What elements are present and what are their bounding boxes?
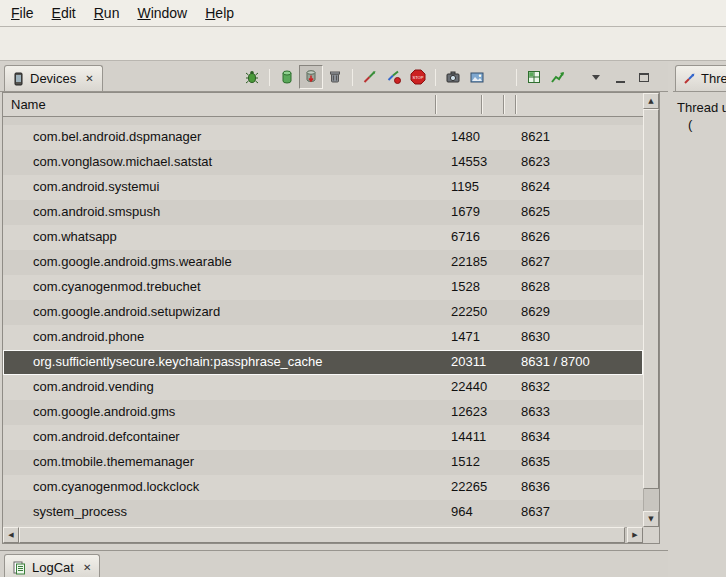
- cell-name: com.google.android.gms.wearable: [33, 254, 232, 269]
- cell-name: com.cyanogenmod.trebuchet: [33, 279, 201, 294]
- table-row[interactable]: com.android.vending 22440 8632: [3, 375, 643, 400]
- scroll-right-button[interactable]: ▶: [627, 527, 643, 543]
- stop-process-icon[interactable]: STOP: [406, 65, 430, 89]
- svg-text:STOP: STOP: [413, 75, 424, 80]
- devices-view-toolbar: STOP: [240, 65, 656, 89]
- threads-tabbar: Threads: [673, 62, 726, 92]
- table-row[interactable]: com.google.android.gms 12623 8633: [3, 400, 643, 425]
- threads-icon: [683, 72, 696, 85]
- cell-port: 8632: [521, 379, 550, 394]
- menu-help[interactable]: Help: [196, 1, 243, 25]
- tracing-icon[interactable]: [546, 65, 570, 89]
- process-table: com.bel.android.dspmanager 1480 8621 com…: [3, 117, 643, 527]
- menu-window[interactable]: Window: [128, 1, 196, 25]
- view-menu-icon[interactable]: [584, 65, 608, 89]
- table-row[interactable]: com.android.defcontainer 14411 8634: [3, 425, 643, 450]
- scroll-up-button[interactable]: ▲: [643, 93, 659, 109]
- cell-pid: 1471: [451, 329, 480, 344]
- maximize-icon[interactable]: [632, 65, 656, 89]
- column-divider[interactable]: [435, 95, 437, 114]
- logcat-icon: [12, 561, 27, 575]
- table-row[interactable]: com.vonglasow.michael.satstat 14553 8623: [3, 150, 643, 175]
- cell-name: com.android.systemui: [33, 179, 159, 194]
- cell-pid: 22265: [451, 479, 487, 494]
- cell-port: 8621: [521, 129, 550, 144]
- cell-pid: 22440: [451, 379, 487, 394]
- close-icon[interactable]: ✕: [84, 73, 94, 84]
- menu-file[interactable]: File: [2, 1, 43, 25]
- tab-logcat-label: LogCat: [32, 560, 74, 575]
- clipped-row: [3, 117, 643, 125]
- cell-port: 8629: [521, 304, 550, 319]
- cell-name: com.android.smspush: [33, 204, 160, 219]
- method-profiling-icon[interactable]: [382, 65, 406, 89]
- cell-port: 8624: [521, 179, 550, 194]
- cell-port: 8637: [521, 504, 550, 519]
- cell-pid: 1679: [451, 204, 480, 219]
- sysinfo-icon[interactable]: [522, 65, 546, 89]
- toolbar-separator: [435, 69, 436, 86]
- table-row[interactable]: com.cyanogenmod.trebuchet 1528 8628: [3, 275, 643, 300]
- vertical-scroll-thumb[interactable]: [643, 109, 659, 489]
- tab-threads-label: Threads: [701, 71, 726, 86]
- cell-pid: 1195: [451, 179, 479, 194]
- cell-name: com.cyanogenmod.lockclock: [33, 479, 199, 494]
- tab-devices[interactable]: Devices ✕: [4, 65, 103, 91]
- table-row[interactable]: system_process 964 8637: [3, 500, 643, 525]
- table-row[interactable]: com.cyanogenmod.lockclock 22265 8636: [3, 475, 643, 500]
- cell-port: 8635: [521, 454, 550, 469]
- name-column-header[interactable]: Name: [11, 97, 46, 112]
- table-row[interactable]: com.google.android.gms.wearable 22185 86…: [3, 250, 643, 275]
- table-header[interactable]: Name: [3, 93, 643, 117]
- cell-pid: 22250: [451, 304, 487, 319]
- scroll-left-button[interactable]: ◀: [3, 527, 19, 543]
- cell-name: com.tmobile.thememanager: [33, 454, 194, 469]
- device-icon: [12, 72, 25, 86]
- menu-bar: File Edit Run Window Help: [0, 0, 726, 27]
- horizontal-scrollbar[interactable]: ◀ ▶: [3, 527, 643, 543]
- column-divider[interactable]: [481, 95, 483, 114]
- screen-capture-icon[interactable]: [441, 65, 465, 89]
- toolbar-separator: [352, 69, 353, 86]
- table-row[interactable]: com.android.systemui 1195 8624: [3, 175, 643, 200]
- column-divider[interactable]: [515, 95, 517, 114]
- toolbar-separator: [269, 69, 270, 86]
- cell-name: com.android.vending: [33, 379, 154, 394]
- tab-devices-label: Devices: [30, 71, 76, 86]
- update-threads-icon[interactable]: [358, 65, 382, 89]
- cell-port: 8636: [521, 479, 550, 494]
- minimize-icon[interactable]: [608, 65, 632, 89]
- table-row[interactable]: com.tmobile.thememanager 1512 8635: [3, 450, 643, 475]
- devices-tabbar: Devices ✕ STOP: [0, 62, 668, 92]
- cause-gc-icon[interactable]: [323, 65, 347, 89]
- cell-port: 8627: [521, 254, 550, 269]
- scrollbar-corner: [643, 527, 659, 543]
- column-divider[interactable]: [503, 95, 505, 114]
- main-toolbar: [0, 27, 726, 61]
- vertical-scrollbar[interactable]: ▲ ▼: [643, 93, 659, 527]
- horizontal-scroll-thumb[interactable]: [19, 527, 625, 543]
- debug-process-icon[interactable]: [240, 65, 264, 89]
- table-row[interactable]: org.sufficientlysecure.keychain:passphra…: [3, 350, 643, 375]
- cell-name: system_process: [33, 504, 127, 519]
- screen-record-icon[interactable]: [465, 65, 489, 89]
- cell-port: 8633: [521, 404, 550, 419]
- threads-message: Thread up (: [673, 92, 726, 577]
- scroll-down-button[interactable]: ▼: [643, 511, 659, 527]
- cell-port: 8626: [521, 229, 550, 244]
- menu-run[interactable]: Run: [85, 1, 129, 25]
- table-row[interactable]: com.google.android.setupwizard 22250 862…: [3, 300, 643, 325]
- table-row[interactable]: com.android.phone 1471 8630: [3, 325, 643, 350]
- table-row[interactable]: com.bel.android.dspmanager 1480 8621: [3, 125, 643, 150]
- cell-name: com.bel.android.dspmanager: [33, 129, 201, 144]
- tab-threads[interactable]: Threads: [675, 65, 726, 91]
- close-icon[interactable]: ✕: [82, 562, 92, 573]
- table-row[interactable]: com.whatsapp 6716 8626: [3, 225, 643, 250]
- table-row[interactable]: com.android.smspush 1679 8625: [3, 200, 643, 225]
- update-heap-icon[interactable]: [275, 65, 299, 89]
- menu-edit[interactable]: Edit: [43, 1, 85, 25]
- cell-pid: 1512: [451, 454, 480, 469]
- dump-hprof-icon[interactable]: [299, 65, 323, 89]
- tab-logcat[interactable]: LogCat ✕: [4, 554, 100, 577]
- cell-pid: 12623: [451, 404, 487, 419]
